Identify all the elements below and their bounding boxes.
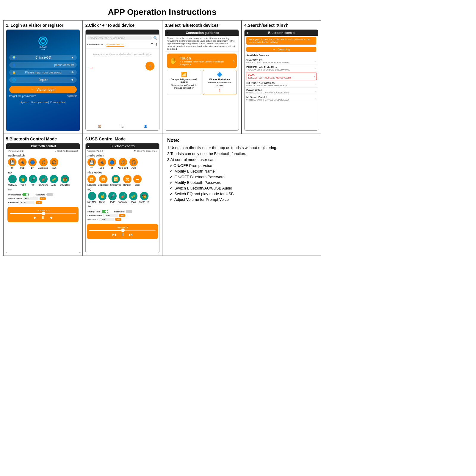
usb-audio-aux[interactable]: 🎧AUX [129, 158, 138, 169]
usb-next-btn[interactable]: ⏭ [129, 232, 133, 237]
usb-eq-normal[interactable]: 🎵NORMAL [87, 192, 96, 203]
usb-audio-tf[interactable]: 💾TF [87, 158, 96, 169]
usb-eq-classic[interactable]: 🎻CLASSIC [118, 192, 127, 203]
note-sub-1: ✔ON/OFF Prompt Voice [170, 163, 316, 168]
audio-card[interactable]: 🎵Audio card [38, 158, 48, 169]
usb-device-name-input[interactable]: XinYi [103, 214, 118, 217]
usb-audio-usb[interactable]: 🔌USB [98, 158, 106, 169]
eq-jazz[interactable]: 🎺JAZZ [50, 175, 58, 186]
agreement-text: Agreed：[User agreement] [Privacy policy] [21, 101, 65, 104]
device-name-set-btn[interactable]: Set [40, 197, 46, 200]
language-dropdown[interactable]: 🌐 English ▼ [9, 77, 77, 83]
audio-usb[interactable]: 🔌USB [18, 158, 26, 169]
svg-text:Sinlink: Sinlink [41, 49, 45, 50]
bt-device-4[interactable]: Mi Smart Band 4659510AC-74C5-6FB3-4C09-D… [245, 95, 318, 102]
mode-bt[interactable]: 🔷 Bluetooth devices Suitable For Bluetoo… [203, 70, 237, 95]
usb-eq-icon-row: 🎵NORMAL 🤘ROCK 🎤POP 🎻CLASSIC 🎺JAZZ 🤠COUNT… [86, 191, 159, 204]
usb-prompt-toggle[interactable] [102, 210, 108, 213]
audio-tf[interactable]: 💾TF [8, 158, 16, 169]
password-field[interactable]: 🔒 Please input your password 👁 [9, 70, 77, 75]
audio-aux[interactable]: 🎧AUX [50, 158, 58, 169]
country-dropdown[interactable]: 🌍 China (+86) ▼ [9, 55, 77, 60]
mode-ap[interactable]: 📶 Compatibility mode (AP mode) Suitable … [167, 70, 201, 95]
touch-label: Touch [180, 56, 231, 60]
register-link[interactable]: Register [67, 94, 77, 98]
usb-device-name-set-btn[interactable]: Set [119, 214, 125, 217]
searching-btn[interactable]: → Searching [246, 47, 316, 52]
device-name-input[interactable]: XinYi [24, 197, 38, 200]
bt-device-1[interactable]: EDIFIER Lolli Pods Plus43E43E7A-990B-DCC… [245, 65, 318, 72]
usb-password-toggle[interactable] [126, 210, 132, 213]
password-toggle[interactable] [46, 193, 53, 196]
bottom-player: Volume:12 ⏮ ⏸ ⏭ [7, 207, 79, 222]
usb-version-row: Version:V1.2.2 ↻ Click To Disconnect [86, 149, 159, 153]
visitor-login-btn[interactable]: → Visitor login [9, 86, 77, 93]
available-label: Available Devices [245, 53, 318, 58]
play-random[interactable]: 🔀Random [123, 175, 131, 186]
eq-classic[interactable]: 🎻CLASSIC [39, 175, 48, 186]
cell1-header: 1. Login as visitor or registor [6, 23, 63, 28]
main-title: APP Operation Instructions [3, 3, 321, 20]
note-sub-7: ✔ Adjust Volume for Prompt Voice [170, 197, 316, 202]
usb-play-btn[interactable]: ⏸ [120, 232, 125, 237]
plus-button[interactable]: + [145, 62, 154, 71]
volume-bar[interactable] [10, 213, 76, 214]
login-links: Forget the password？ Register [9, 94, 77, 98]
usb-audio-label: Audio switch [86, 153, 159, 157]
usb-password-set-btn[interactable]: Set [115, 218, 121, 221]
cell-add-device: 2.Click ' + ' to add device Please enter… [83, 20, 162, 134]
set-label: Set [6, 187, 80, 191]
usb-eq-pop[interactable]: 🎤POP [108, 192, 117, 203]
play-listcycle[interactable]: 🔁ListCycle [87, 175, 96, 186]
touch-card[interactable]: ✋ Touch It is suitable for most of Simli… [167, 54, 237, 68]
usb-set-label: Set [86, 204, 159, 208]
bt-device-2[interactable]: CX Plus True WirelessE117675D-968A-4B82-… [245, 81, 318, 88]
tab1[interactable]: evice witch sha... [87, 43, 105, 47]
touch-icon: ✋ [169, 57, 177, 65]
play-btn[interactable]: ⏸ [41, 215, 45, 220]
usb-audio-bt[interactable]: 🔵BT [108, 158, 116, 169]
usb-volume-bar[interactable] [89, 230, 156, 231]
forget-link[interactable]: Forget the password？ [9, 94, 36, 98]
bt-search-screen: ‹ Bluetooth control Note: please confirm… [244, 29, 318, 131]
note-sub-4: ✔ Modify Bluetooth Password [170, 180, 316, 185]
bt-device-0[interactable]: vivo TWS 2e89150C7C-139C-9648-9C49-310B3… [245, 58, 318, 65]
cell-bt-control: 5.Bluetooth Control Mode ‹ Bluetooth con… [3, 134, 83, 256]
cell3-header: 3.Select 'Bluetooth devices' [165, 23, 220, 28]
bt-device-xinyi[interactable]: XinYi521EDA2F-C29F-35C8-7A60-A837D04C89B… [246, 73, 317, 80]
tab2-active[interactable]: My Bluetooth d... [107, 43, 124, 47]
usb-eq-country[interactable]: 🤠COUNTRY [139, 192, 149, 203]
nav-user[interactable]: 👤 [144, 125, 147, 128]
note-cell: Note: 1.Users can directly enter the app… [162, 134, 321, 256]
player-controls: ⏮ ⏸ ⏭ [10, 215, 76, 220]
eq-normal[interactable]: 🎵NORMAL [8, 175, 17, 186]
prompt-toggle[interactable] [22, 193, 29, 196]
eq-country[interactable]: 🤠COUNTRY [60, 175, 70, 186]
eq-pop[interactable]: 🎤POP [29, 175, 37, 186]
device-name-row: Device Name XinYi Set [8, 197, 78, 200]
usb-eq-jazz[interactable]: 🎺JAZZ [129, 192, 137, 203]
eq-rock[interactable]: 🤘ROCK [19, 175, 27, 186]
usb-password-input[interactable]: 1234 [99, 218, 114, 221]
search-input[interactable]: Please enter the device name [87, 36, 152, 40]
usb-eq-rock[interactable]: 🤘ROCK [98, 192, 107, 203]
play-singlehead[interactable]: 🔂SingleHead [98, 175, 108, 186]
play-singlecycle[interactable]: 🔂SingleCycle [110, 175, 121, 186]
usb-prev-btn[interactable]: ⏮ [112, 232, 116, 237]
prev-btn[interactable]: ⏮ [33, 215, 37, 220]
next-btn[interactable]: ⏭ [49, 215, 54, 220]
account-field[interactable]: 👤 phone,account [9, 62, 77, 68]
password-input[interactable]: 1234 [20, 201, 35, 204]
cell-login: 1. Login as visitor or registor 欣易云联 Sin… [3, 20, 83, 134]
guidance-topbar: ‹ Connection guidance [165, 30, 239, 36]
bt-device-3[interactable]: Bowie W04+9596BED2-331E-C769-3994-6DC483… [245, 88, 318, 95]
usb-audio-card[interactable]: 🎵Audio card [118, 158, 128, 169]
guidance-modes: 📶 Compatibility mode (AP mode) Suitable … [165, 70, 239, 96]
nav-home[interactable]: 🏠 [98, 125, 101, 128]
password-set-btn[interactable]: Set [36, 201, 42, 204]
nav-chat[interactable]: 💬 [121, 125, 124, 128]
play-order[interactable]: ➡Order [133, 175, 142, 186]
audio-bt[interactable]: 🔵BT [28, 158, 37, 169]
upward-arrow: ↑ [204, 88, 235, 93]
guidance-screen: ‹ Connection guidance Please check the p… [165, 29, 239, 131]
